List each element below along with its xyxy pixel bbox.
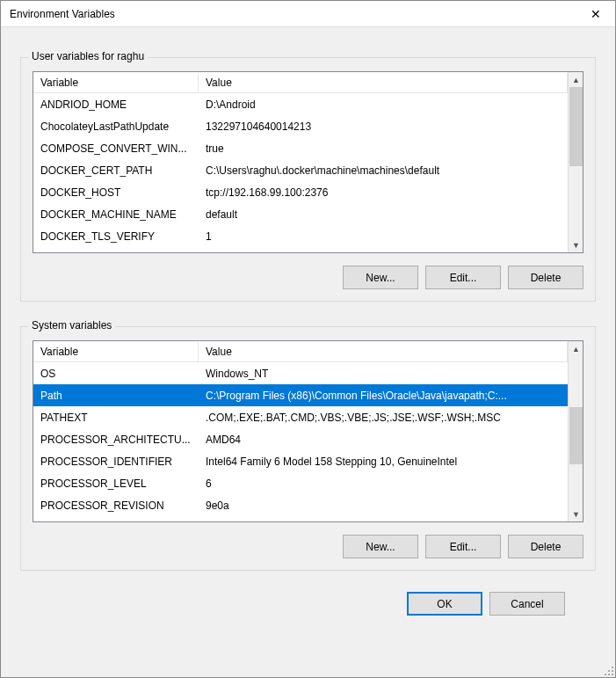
value-cell: tcp://192.168.99.100:2376	[199, 186, 568, 199]
table-row[interactable]: PROCESSOR_REVISION9e0a	[33, 494, 568, 516]
variable-cell: PROCESSOR_REVISION	[33, 499, 199, 512]
ok-button[interactable]: OK	[407, 592, 482, 616]
value-cell: AMD64	[199, 434, 568, 446]
value-cell: 9e0a	[199, 499, 568, 512]
variable-cell: DOCKER_HOST	[33, 186, 199, 199]
table-row[interactable]: DOCKER_TLS_VERIFY1	[33, 225, 568, 247]
col-header-value[interactable]: Value	[199, 342, 568, 361]
col-header-value[interactable]: Value	[199, 73, 568, 92]
user-new-button[interactable]: New...	[343, 266, 418, 289]
variable-cell: PROCESSOR_ARCHITECTU...	[33, 434, 199, 446]
cancel-button[interactable]: Cancel	[489, 592, 565, 616]
table-row[interactable]: DOCKER_HOSTtcp://192.168.99.100:2376	[33, 181, 568, 203]
user-button-row: New... Edit... Delete	[33, 266, 583, 289]
variable-cell: Path	[33, 390, 199, 402]
table-row[interactable]: COMPOSE_CONVERT_WIN...true	[33, 137, 568, 159]
system-new-button[interactable]: New...	[343, 535, 418, 558]
value-cell: Intel64 Family 6 Model 158 Stepping 10, …	[199, 456, 568, 468]
value-cell: true	[199, 142, 568, 155]
table-row[interactable]: ChocolateyLastPathUpdate1322971046400142…	[33, 115, 568, 137]
user-group-label: User variables for raghu	[28, 50, 148, 62]
value-cell: C:\Users\raghu\.docker\machine\machines\…	[199, 164, 568, 177]
variable-cell: ChocolateyLastPathUpdate	[33, 120, 199, 133]
table-row[interactable]: PATHEXT.COM;.EXE;.BAT;.CMD;.VBS;.VBE;.JS…	[33, 406, 568, 428]
scroll-down-icon[interactable]: ▼	[569, 507, 583, 521]
system-group-label: System variables	[28, 319, 115, 332]
system-variables-list[interactable]: Variable Value OSWindows_NTPathC:\Progra…	[33, 340, 583, 522]
variable-cell: DOCKER_MACHINE_NAME	[33, 208, 199, 221]
resize-grip-icon[interactable]	[601, 663, 613, 675]
system-variables-group: System variables Variable Value OSWindow…	[20, 326, 596, 571]
content-area: User variables for raghu Variable Value …	[1, 27, 615, 624]
variable-cell: OS	[33, 368, 199, 380]
variable-cell: DOCKER_CERT_PATH	[33, 164, 199, 177]
table-row[interactable]: ANDRIOD_HOMED:\Android	[33, 93, 568, 115]
scroll-down-icon[interactable]: ▼	[569, 237, 583, 252]
value-cell: 1	[199, 230, 568, 243]
variable-cell: PATHEXT	[33, 412, 199, 424]
value-cell: default	[199, 208, 568, 221]
system-edit-button[interactable]: Edit...	[425, 535, 501, 558]
scroll-thumb[interactable]	[569, 407, 583, 464]
value-cell: 6	[199, 478, 568, 490]
system-list-header[interactable]: Variable Value	[33, 341, 568, 362]
variable-cell: PROCESSOR_LEVEL	[33, 478, 199, 490]
col-header-variable[interactable]: Variable	[33, 342, 199, 361]
scroll-up-icon[interactable]: ▲	[569, 341, 583, 356]
value-cell: C:\Program Files (x86)\Common Files\Orac…	[199, 390, 568, 402]
variable-cell: COMPOSE_CONVERT_WIN...	[33, 142, 199, 155]
variable-cell: PROCESSOR_IDENTIFIER	[33, 456, 199, 468]
close-icon[interactable]: ✕	[576, 1, 615, 27]
window-title: Environment Variables	[10, 8, 115, 20]
table-row[interactable]: PROCESSOR_IDENTIFIERIntel64 Family 6 Mod…	[33, 450, 568, 472]
user-variables-list[interactable]: Variable Value ANDRIOD_HOMED:\AndroidCho…	[33, 71, 583, 253]
table-row[interactable]: DOCKER_MACHINE_NAMEdefault	[33, 203, 568, 225]
system-delete-button[interactable]: Delete	[508, 535, 583, 558]
variable-cell: DOCKER_TLS_VERIFY	[33, 230, 199, 243]
table-row[interactable]: OSWindows_NT	[33, 362, 568, 384]
value-cell: D:\Android	[199, 98, 568, 111]
value-cell: .COM;.EXE;.BAT;.CMD;.VBS;.VBE;.JS;.JSE;.…	[199, 412, 568, 424]
system-scrollbar[interactable]: ▲ ▼	[568, 341, 583, 521]
user-list-header[interactable]: Variable Value	[33, 72, 568, 93]
system-button-row: New... Edit... Delete	[33, 535, 583, 558]
user-delete-button[interactable]: Delete	[508, 266, 583, 289]
value-cell: Windows_NT	[199, 368, 568, 380]
table-row[interactable]: PROCESSOR_LEVEL6	[33, 472, 568, 494]
scroll-up-icon[interactable]: ▲	[569, 72, 583, 87]
scroll-thumb[interactable]	[569, 87, 583, 166]
variable-cell: ANDRIOD_HOME	[33, 98, 199, 111]
table-row[interactable]: DOCKER_CERT_PATHC:\Users\raghu\.docker\m…	[33, 159, 568, 181]
user-edit-button[interactable]: Edit...	[425, 266, 501, 289]
col-header-variable[interactable]: Variable	[33, 73, 199, 92]
env-variables-dialog: Environment Variables ✕ User variables f…	[0, 0, 616, 678]
titlebar[interactable]: Environment Variables ✕	[1, 1, 615, 27]
dialog-footer: OK Cancel	[20, 571, 596, 616]
table-row[interactable]: PROCESSOR_ARCHITECTU...AMD64	[33, 428, 568, 450]
table-row[interactable]: PathC:\Program Files (x86)\Common Files\…	[33, 384, 568, 406]
user-scrollbar[interactable]: ▲ ▼	[568, 72, 583, 252]
user-variables-group: User variables for raghu Variable Value …	[20, 57, 596, 302]
value-cell: 132297104640014213	[199, 120, 568, 133]
